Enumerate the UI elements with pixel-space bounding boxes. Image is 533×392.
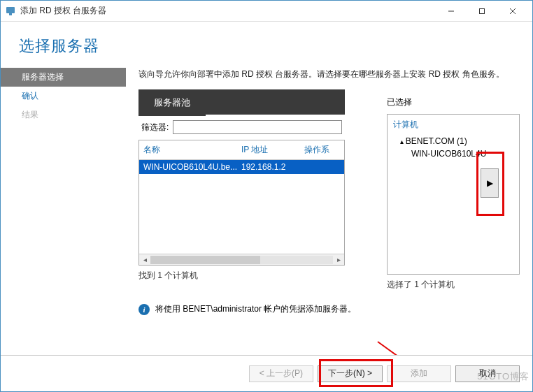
selected-header: 计算机	[393, 119, 513, 131]
tree-computer[interactable]: WIN-UICOB610L4U	[393, 147, 513, 160]
pool-section: 服务器池 筛选器: 名称 IP 地址 操作系 WIN-UICOB610L4U.b…	[138, 89, 520, 291]
table-header: 名称 IP 地址 操作系	[139, 140, 344, 160]
info-text: 将使用 BENET\administrator 帐户的凭据添加服务器。	[155, 303, 356, 315]
wizard-footer: < 上一步(P) 下一步(N) > 添加 取消	[1, 355, 532, 391]
selected-count: 选择了 1 个计算机	[387, 279, 520, 291]
col-os[interactable]: 操作系	[304, 144, 340, 156]
maximize-button[interactable]	[467, 1, 497, 21]
scroll-track[interactable]	[150, 256, 333, 264]
titlebar: 添加 RD 授权 台服务器	[1, 1, 532, 22]
selected-label: 已选择	[387, 96, 520, 108]
svg-rect-1	[9, 13, 12, 15]
wizard-header: 选择服务器	[1, 22, 532, 62]
tab-server-pool[interactable]: 服务器池	[138, 89, 206, 116]
col-ip[interactable]: IP 地址	[241, 144, 304, 156]
scroll-left-icon[interactable]: ◂	[139, 256, 150, 263]
svg-rect-3	[480, 8, 485, 13]
server-pool-panel: 服务器池 筛选器: 名称 IP 地址 操作系 WIN-UICOB610L4U.b…	[138, 89, 345, 291]
add-button: 添加	[387, 365, 451, 382]
tree-domain[interactable]: BENET.COM (1)	[393, 135, 513, 147]
server-table: 名称 IP 地址 操作系 WIN-UICOB610L4U.be... 192.1…	[138, 140, 345, 266]
scroll-right-icon[interactable]: ▸	[333, 256, 344, 263]
step-results: 结果	[1, 106, 126, 124]
col-name[interactable]: 名称	[143, 144, 241, 156]
window-controls	[436, 1, 528, 21]
prev-button: < 上一步(P)	[249, 365, 313, 382]
content-area: 该向导允许你向部署中添加 RD 授权 台服务器。请选择要在哪些服务器上安装 RD…	[126, 62, 532, 335]
found-count: 找到 1 个计算机	[138, 270, 345, 282]
app-icon	[5, 6, 16, 17]
window-title: 添加 RD 授权 台服务器	[20, 5, 436, 17]
close-button[interactable]	[497, 1, 528, 21]
step-server-selection[interactable]: 服务器选择	[1, 68, 126, 87]
step-confirm[interactable]: 确认	[1, 87, 126, 106]
filter-row: 筛选器:	[138, 115, 345, 140]
filter-input[interactable]	[173, 120, 342, 134]
table-row[interactable]: WIN-UICOB610L4U.be... 192.168.1.2	[139, 160, 344, 174]
cancel-button[interactable]: 取消	[455, 365, 520, 382]
selected-panel: 已选择 计算机 BENET.COM (1) WIN-UICOB610L4U 选择…	[387, 89, 520, 291]
cell-ip: 192.168.1.2	[241, 162, 304, 172]
horizontal-scrollbar[interactable]: ◂ ▸	[139, 254, 344, 265]
move-right-button[interactable]: ▶	[481, 168, 499, 198]
main-area: 服务器选择 确认 结果 该向导允许你向部署中添加 RD 授权 台服务器。请选择要…	[1, 62, 532, 335]
cell-name: WIN-UICOB610L4U.be...	[143, 162, 241, 172]
filter-label: 筛选器:	[141, 122, 169, 133]
info-icon: i	[138, 304, 150, 315]
next-button[interactable]: 下一步(N) >	[318, 365, 383, 382]
scroll-thumb[interactable]	[150, 256, 260, 264]
svg-rect-0	[6, 7, 15, 13]
wizard-steps: 服务器选择 确认 结果	[1, 62, 126, 335]
intro-text: 该向导允许你向部署中添加 RD 授权 台服务器。请选择要在哪些服务器上安装 RD…	[138, 68, 520, 81]
info-row: i 将使用 BENET\administrator 帐户的凭据添加服务器。	[138, 303, 520, 315]
pool-tab-row: 服务器池	[138, 89, 345, 115]
arrow-right-icon: ▶	[487, 178, 493, 188]
selected-box: 计算机 BENET.COM (1) WIN-UICOB610L4U	[387, 114, 520, 275]
minimize-button[interactable]	[436, 1, 467, 21]
page-title: 选择服务器	[19, 36, 514, 57]
